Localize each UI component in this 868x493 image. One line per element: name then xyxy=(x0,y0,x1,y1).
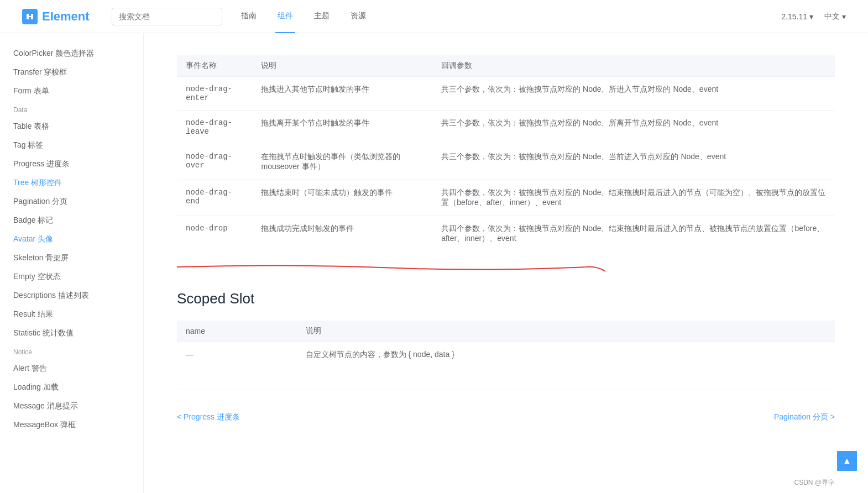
main-nav: 指南 组件 主题 资源 xyxy=(239,0,782,33)
sidebar-item-form[interactable]: Form 表单 xyxy=(0,82,143,101)
table-row: node-drag-leave 拖拽离开某个节点时触发的事件 共三个参数，依次为… xyxy=(177,111,835,144)
main-content: 事件名称 说明 回调参数 node-drag-enter 拖拽进入其他节点时触发… xyxy=(144,33,868,493)
sidebar-item-colorpicker[interactable]: ColorPicker 颜色选择器 xyxy=(0,44,143,63)
sidebar: ColorPicker 颜色选择器 Transfer 穿梭框 Form 表单 D… xyxy=(0,33,144,493)
event-name-cell: node-drag-leave xyxy=(177,111,252,144)
event-params-cell: 共四个参数，依次为：被拖拽节点对应的 Node、结束拖拽时最后进入的节点（可能为… xyxy=(432,180,835,216)
sidebar-item-message[interactable]: Message 消息提示 xyxy=(0,397,143,416)
nav-guide[interactable]: 指南 xyxy=(239,0,259,33)
sidebar-item-messagebox[interactable]: MessageBox 弹框 xyxy=(0,416,143,434)
event-params-cell: 共四个参数，依次为：被拖拽节点对应的 Node、结束拖拽时最后进入的节点、被拖拽… xyxy=(432,216,835,252)
event-desc-cell: 拖拽结束时（可能未成功）触发的事件 xyxy=(252,180,432,216)
sidebar-section-data: Data xyxy=(0,101,143,117)
sidebar-item-tag[interactable]: Tag 标签 xyxy=(0,136,143,155)
logo[interactable]: EIement xyxy=(22,9,90,24)
sidebar-item-badge[interactable]: Badge 标记 xyxy=(0,211,143,230)
event-desc-cell: 在拖拽节点时触发的事件（类似浏览器的 mouseover 事件） xyxy=(252,144,432,180)
table-row: — 自定义树节点的内容，参数为 { node, data } xyxy=(177,342,835,368)
col-slot-desc: 说明 xyxy=(297,321,835,342)
sidebar-item-alert[interactable]: Alert 警告 xyxy=(0,359,143,378)
col-event-params: 回调参数 xyxy=(432,55,835,77)
header-right: 2.15.11 ▾ 中文 ▾ xyxy=(781,12,846,22)
chevron-down-icon: ▾ xyxy=(809,12,813,21)
event-name-cell: node-drag-end xyxy=(177,180,252,216)
event-params-cell: 共三个参数，依次为：被拖拽节点对应的 Node、所离开节点对应的 Node、ev… xyxy=(432,111,835,144)
col-event-desc: 说明 xyxy=(252,55,432,77)
scroll-top-button[interactable]: ▲ xyxy=(837,451,857,471)
event-params-cell: 共三个参数，依次为：被拖拽节点对应的 Node、当前进入节点对应的 Node、e… xyxy=(432,144,835,180)
sidebar-section-notice: Notice xyxy=(0,343,143,359)
event-name-cell: node-drop xyxy=(177,216,252,252)
search-input[interactable] xyxy=(112,8,222,25)
annotation-container xyxy=(177,263,835,274)
logo-text: EIement xyxy=(42,9,90,24)
red-annotation-line xyxy=(177,263,608,274)
slot-desc-cell: 自定义树节点的内容，参数为 { node, data } xyxy=(297,342,835,368)
sidebar-item-descriptions[interactable]: Descriptions 描述列表 xyxy=(0,286,143,305)
prev-nav-link[interactable]: < Progress 进度条 xyxy=(177,412,240,422)
sidebar-item-result[interactable]: Result 结果 xyxy=(0,305,143,324)
page-layout: ColorPicker 颜色选择器 Transfer 穿梭框 Form 表单 D… xyxy=(0,33,868,493)
sidebar-item-transfer[interactable]: Transfer 穿梭框 xyxy=(0,63,143,82)
col-slot-name: name xyxy=(177,321,297,342)
table-row: node-drag-end 拖拽结束时（可能未成功）触发的事件 共四个参数，依次… xyxy=(177,180,835,216)
page-header: EIement 指南 组件 主题 资源 2.15.11 ▾ 中文 ▾ xyxy=(0,0,868,33)
next-nav-link[interactable]: Pagination 分页 > xyxy=(774,412,835,422)
event-params-cell: 共三个参数，依次为：被拖拽节点对应的 Node、所进入节点对应的 Node、ev… xyxy=(432,77,835,111)
event-desc-cell: 拖拽进入其他节点时触发的事件 xyxy=(252,77,432,111)
table-row: node-drop 拖拽成功完成时触发的事件 共四个参数，依次为：被拖拽节点对应… xyxy=(177,216,835,252)
nav-theme[interactable]: 主题 xyxy=(312,0,332,33)
sidebar-item-loading[interactable]: Loading 加载 xyxy=(0,378,143,397)
sidebar-item-skeleton[interactable]: Skeleton 骨架屏 xyxy=(0,249,143,268)
slot-name-cell: — xyxy=(177,342,297,368)
watermark-text: CSDN @寻字 xyxy=(794,478,835,487)
table-row: node-drag-enter 拖拽进入其他节点时触发的事件 共三个参数，依次为… xyxy=(177,77,835,111)
sidebar-item-progress[interactable]: Progress 进度条 xyxy=(0,155,143,174)
events-table: 事件名称 说明 回调参数 node-drag-enter 拖拽进入其他节点时触发… xyxy=(177,55,835,251)
scoped-slot-title: Scoped Slot xyxy=(177,290,835,307)
col-event-name: 事件名称 xyxy=(177,55,252,77)
sidebar-item-table[interactable]: Table 表格 xyxy=(0,117,143,136)
sidebar-item-tree[interactable]: Tree 树形控件 xyxy=(0,174,143,192)
sidebar-item-pagination[interactable]: Pagination 分页 xyxy=(0,192,143,211)
nav-resources[interactable]: 资源 xyxy=(348,0,368,33)
event-desc-cell: 拖拽离开某个节点时触发的事件 xyxy=(252,111,432,144)
scoped-slot-table: name 说明 — 自定义树节点的内容，参数为 { node, data } xyxy=(177,321,835,368)
language-selector[interactable]: 中文 ▾ xyxy=(824,12,846,22)
sidebar-item-avatar[interactable]: Avatar 头像 xyxy=(0,230,143,249)
event-name-cell: node-drag-over xyxy=(177,144,252,180)
event-name-cell: node-drag-enter xyxy=(177,77,252,111)
sidebar-item-statistic[interactable]: Statistic 统计数值 xyxy=(0,324,143,343)
chevron-down-icon: ▾ xyxy=(842,12,846,21)
event-desc-cell: 拖拽成功完成时触发的事件 xyxy=(252,216,432,252)
logo-icon xyxy=(22,9,38,24)
nav-components[interactable]: 组件 xyxy=(275,0,295,33)
bottom-nav: < Progress 进度条 Pagination 分页 > xyxy=(177,390,835,433)
table-row: node-drag-over 在拖拽节点时触发的事件（类似浏览器的 mouseo… xyxy=(177,144,835,180)
version-selector[interactable]: 2.15.11 ▾ xyxy=(781,12,813,21)
sidebar-item-empty[interactable]: Empty 空状态 xyxy=(0,268,143,286)
